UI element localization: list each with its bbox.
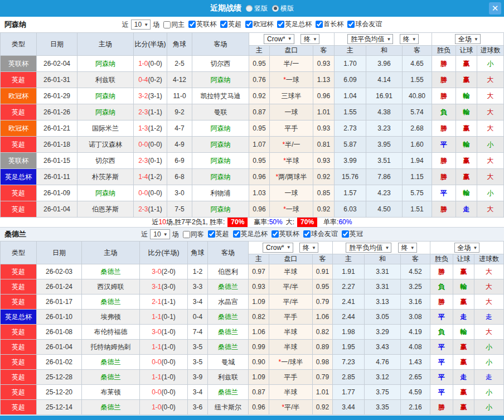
avg-home: 1.55: [335, 104, 366, 120]
goals-cell: 大: [474, 279, 504, 295]
away-team: 阿森纳: [192, 201, 249, 218]
avg-draw: 3.29: [365, 325, 401, 340]
col-odds-home: 主: [249, 46, 270, 56]
odds-stage-select[interactable]: 终▼: [299, 243, 318, 253]
league-checkbox[interactable]: [188, 21, 196, 28]
scope-select[interactable]: 全场▼: [454, 243, 480, 253]
handicap-cell: 平/半: [269, 279, 313, 295]
home-team: 桑德兰: [82, 355, 140, 370]
same-venue-checkbox[interactable]: [183, 231, 190, 238]
league-checkbox[interactable]: [233, 230, 240, 238]
same-venue-filter[interactable]: 同客: [183, 230, 204, 239]
view-vertical-option[interactable]: 竖版: [246, 4, 268, 13]
avg-draw: 3.51: [366, 153, 403, 169]
league-filter[interactable]: 英冠: [342, 229, 363, 239]
handicap-cell: *一球: [270, 72, 313, 88]
let-ball-cell: 赢: [453, 264, 474, 279]
avg-away: 4.65: [403, 56, 432, 72]
avg-home: 2.73: [335, 120, 366, 137]
same-venue-filter[interactable]: 同主: [163, 20, 185, 30]
odds-away: 0.93: [313, 120, 335, 137]
league-type-cell: 欧冠杯: [1, 120, 37, 137]
avg-away: 2.65: [401, 370, 430, 385]
odds-home: 0.97: [249, 264, 269, 279]
match-count-select[interactable]: 10▼: [131, 20, 151, 30]
league-type-cell: 欧冠杯: [1, 88, 37, 104]
away-team: 桑德兰: [208, 340, 249, 355]
league-checkbox[interactable]: [303, 230, 311, 238]
col-avg-home: 主: [335, 46, 366, 56]
match-date: 25-12-20: [37, 385, 82, 400]
col-type: 类型: [1, 242, 37, 264]
odds-source-select[interactable]: Crow*▼: [263, 243, 293, 253]
home-team: 桑德兰: [82, 370, 140, 385]
odds-home: 1.06: [249, 325, 269, 340]
goals-cell: 大: [477, 169, 504, 185]
avg-stage-select[interactable]: 终▼: [400, 34, 419, 44]
handicap-cell: 平/半: [269, 295, 313, 310]
league-filter[interactable]: 英超: [220, 20, 241, 29]
league-checkbox[interactable]: [342, 230, 349, 238]
score-cell: 3-0(2-0): [140, 264, 188, 279]
league-filter[interactable]: 英足总杯: [277, 20, 312, 29]
col-handicap: 盘口: [270, 46, 313, 56]
league-filter[interactable]: 英超: [208, 229, 229, 239]
odds-source-select[interactable]: Crow*▼: [264, 34, 294, 44]
view-horizontal-option[interactable]: 横版: [272, 4, 294, 13]
avg-home: 2.44: [333, 310, 365, 325]
match-date: 26-01-11: [37, 169, 77, 185]
same-venue-checkbox[interactable]: [163, 21, 171, 28]
league-filter[interactable]: 球会友谊: [347, 20, 382, 29]
big-rate-badge: 70%: [297, 218, 317, 227]
avg-away: 3.16: [401, 295, 430, 310]
home-team: 切尔西: [77, 153, 134, 169]
avg-away: 1.60: [403, 137, 432, 153]
handicap-cell: 半球: [269, 325, 313, 340]
radio-selected-icon[interactable]: [272, 5, 279, 12]
league-filter[interactable]: 英联杯: [188, 20, 216, 29]
league-checkbox[interactable]: [272, 230, 279, 238]
league-checkbox[interactable]: [347, 21, 355, 28]
home-team: 阿森纳: [77, 88, 134, 104]
league-filter[interactable]: 欧冠杯: [245, 20, 273, 29]
scope-select[interactable]: 全场▼: [455, 34, 481, 44]
radio-unselected-icon[interactable]: [246, 5, 253, 12]
league-filter[interactable]: 首长杯: [316, 20, 343, 29]
league-filter[interactable]: 英联杯: [272, 229, 299, 239]
avg-away: 4.19: [401, 325, 430, 340]
league-type-cell: 英超: [1, 295, 37, 310]
avg-stage-select[interactable]: 终▼: [398, 243, 417, 253]
match-date: 26-01-29: [37, 88, 77, 104]
away-team: 阿森纳: [192, 169, 249, 185]
odds-away: 0.89: [313, 340, 333, 355]
away-team: 桑德兰: [208, 325, 249, 340]
league-checkbox[interactable]: [208, 230, 215, 238]
col-let-ball: 让球: [453, 254, 474, 264]
odds-stage-select[interactable]: 终▼: [301, 34, 319, 44]
match-row: 英超26-02-03桑德兰3-0(2-0)1-2伯恩利0.97半球0.911.9…: [1, 264, 504, 279]
match-count-select[interactable]: 10▼: [150, 229, 169, 239]
league-checkbox[interactable]: [220, 21, 227, 28]
score-cell: 0-0(0-0): [140, 355, 188, 370]
match-row: 英超26-01-24西汉姆联3-1(3-0)3-3桑德兰0.93平/半0.952…: [1, 279, 504, 295]
let-ball-cell: 走: [453, 310, 474, 325]
league-checkbox[interactable]: [316, 21, 323, 28]
col-result: 胜负: [432, 46, 456, 56]
league-filter[interactable]: 球会友谊: [303, 229, 338, 239]
handicap-cell: 一球: [270, 185, 313, 201]
league-filter[interactable]: 英足总杯: [233, 229, 268, 239]
corner-cell: 2-5: [167, 56, 192, 72]
match-date: 26-01-09: [37, 185, 77, 201]
avg-odds-select[interactable]: 胜平负均值▼: [347, 34, 393, 44]
avg-odds-select[interactable]: 胜平负均值▼: [346, 243, 391, 253]
odds-home: 0.96: [249, 400, 269, 415]
match-date: 26-02-03: [37, 264, 82, 279]
odds-home: 0.92: [249, 88, 270, 104]
col-avg-home: 主: [333, 254, 365, 264]
league-checkbox[interactable]: [245, 21, 253, 28]
odds-home: 1.09: [249, 370, 269, 385]
league-checkbox[interactable]: [277, 21, 284, 28]
away-team: 利兹联: [208, 370, 249, 385]
col-home: 主场: [77, 33, 134, 56]
close-button[interactable]: ✕: [489, 2, 501, 15]
